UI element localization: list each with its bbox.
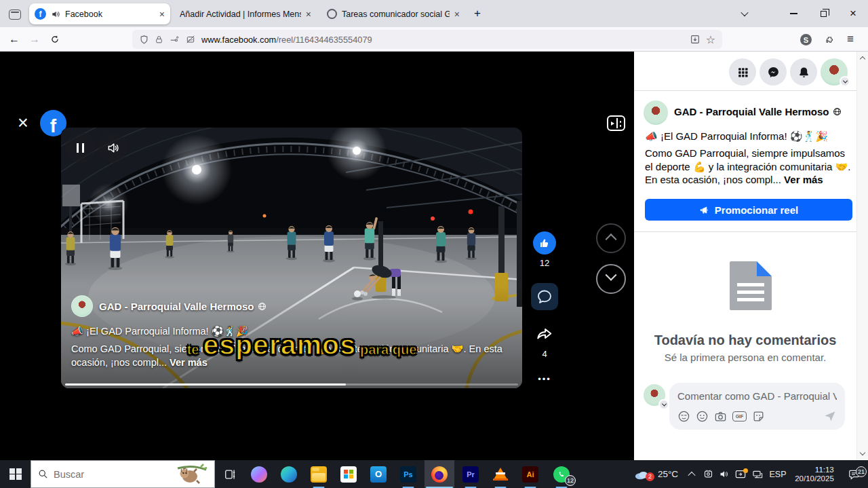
comment-composer[interactable]: Comentar como GAD - Parroquial Vall... <box>669 383 845 430</box>
bell-icon <box>797 66 810 79</box>
taskbar-vlc[interactable] <box>486 460 515 488</box>
taskbar-photoshop[interactable]: Ps <box>393 460 423 488</box>
avatar-sticker-icon[interactable] <box>677 410 690 423</box>
address-bar[interactable]: www.facebook.com/reel/1164344635554079 ☆ <box>132 30 722 49</box>
apps-menu-button[interactable] <box>729 58 756 86</box>
firefox-icon <box>431 466 448 483</box>
back-button[interactable]: ← <box>4 30 24 49</box>
extensions-puzzle-icon[interactable] <box>824 35 835 45</box>
promote-reel-button[interactable]: Promocionar reel <box>645 199 852 221</box>
temperature-label[interactable]: 25°C <box>653 469 683 479</box>
tray-expand-button[interactable] <box>683 472 701 477</box>
screen-record-tray-icon[interactable] <box>701 469 716 479</box>
messenger-button[interactable] <box>760 58 787 86</box>
permissions-icon[interactable] <box>169 35 180 44</box>
page-avatar[interactable] <box>644 100 668 125</box>
bookmark-star-icon[interactable]: ☆ <box>706 33 715 46</box>
minimize-icon <box>790 13 797 14</box>
scroll-up-arrow[interactable] <box>860 56 865 62</box>
taskbar-explorer[interactable] <box>304 460 334 488</box>
save-to-pocket-icon[interactable] <box>690 34 701 45</box>
new-tab-button[interactable]: + <box>469 5 486 22</box>
tab-tareas[interactable]: Tareas comunicador social GAD × <box>321 3 465 24</box>
next-reel-button[interactable] <box>596 264 626 294</box>
taskbar-copilot[interactable] <box>244 460 274 488</box>
action-rail: 12 4 ••• <box>531 231 558 384</box>
volume-button[interactable] <box>98 132 128 163</box>
start-button[interactable] <box>3 460 28 488</box>
taskbar-whatsapp[interactable]: 12 <box>545 460 578 488</box>
close-reel-button[interactable]: × <box>14 115 32 132</box>
minimize-button[interactable] <box>778 0 808 27</box>
tab-close-button[interactable]: × <box>159 10 165 19</box>
panel-scrollbar[interactable] <box>856 52 868 460</box>
chevron-up-icon <box>688 471 695 478</box>
forward-button[interactable]: → <box>24 30 45 49</box>
update-tray-icon[interactable] <box>732 470 749 479</box>
comment-button[interactable] <box>531 283 558 310</box>
taskbar-edge[interactable] <box>274 460 304 488</box>
page-avatar[interactable] <box>71 295 93 317</box>
profile-chevron-badge[interactable] <box>840 76 850 87</box>
scroll-down-arrow[interactable] <box>860 450 865 455</box>
close-window-button[interactable]: × <box>838 0 868 27</box>
taskbar-outlook[interactable]: O <box>363 460 393 488</box>
weather-button[interactable]: 2 <box>630 469 653 480</box>
network-tray-icon[interactable] <box>749 470 766 479</box>
emoji-icon[interactable] <box>696 410 709 423</box>
volume-tray-icon[interactable] <box>716 469 732 479</box>
taskbar-premiere[interactable]: Pr <box>456 460 486 488</box>
firefox-view-button[interactable] <box>5 5 24 23</box>
shield-icon[interactable] <box>139 35 149 45</box>
task-view-icon <box>224 469 237 480</box>
camera-icon[interactable] <box>714 410 727 423</box>
page-name[interactable]: GAD - Parroquial Valle Hermoso <box>99 301 267 312</box>
restore-button[interactable] <box>808 0 838 27</box>
sticker-icon[interactable] <box>752 410 765 423</box>
clock[interactable]: 11:13 20/10/2025 <box>789 466 840 483</box>
see-more-link[interactable]: Ver más <box>784 174 823 185</box>
tab-close-button[interactable]: × <box>454 10 460 19</box>
search-input[interactable] <box>54 469 142 480</box>
send-icon[interactable] <box>823 409 837 423</box>
gif-icon[interactable]: GIF <box>732 411 747 421</box>
tab-close-button[interactable]: × <box>306 10 311 19</box>
share-button[interactable] <box>531 322 558 345</box>
pause-icon <box>77 143 84 153</box>
taskbar-store[interactable] <box>334 460 363 488</box>
sloth-doodle[interactable] <box>176 463 208 486</box>
facebook-favicon: f <box>35 8 46 20</box>
autoplay-blocked-icon[interactable] <box>185 35 196 44</box>
task-view-button[interactable] <box>217 460 244 488</box>
taskbar-illustrator[interactable]: Ai <box>515 460 545 488</box>
more-options-button[interactable]: ••• <box>531 374 558 384</box>
language-label[interactable]: ESP <box>766 470 789 479</box>
comment-input[interactable]: Comentar como GAD - Parroquial Vall... <box>677 390 837 402</box>
tab-audio-icon[interactable] <box>51 10 60 19</box>
notification-center-button[interactable]: 21 <box>840 469 868 480</box>
tab-informes[interactable]: Añadir Actividad | Informes Mensua × <box>174 3 317 24</box>
previous-reel-button[interactable] <box>596 223 626 253</box>
file-explorer-icon <box>311 466 327 483</box>
taskbar-search[interactable] <box>31 460 215 488</box>
edge-icon <box>281 466 297 483</box>
collapse-panel-button[interactable] <box>607 115 625 131</box>
url-text[interactable]: www.facebook.com/reel/1164344635554079 <box>201 35 684 45</box>
reload-button[interactable] <box>45 30 65 49</box>
list-tabs-button[interactable] <box>730 0 760 27</box>
share-icon <box>535 325 554 343</box>
globe-icon <box>833 107 842 116</box>
pause-button[interactable] <box>65 132 96 163</box>
tab-facebook[interactable]: f Facebook × <box>29 3 170 24</box>
extension-s-button[interactable]: S <box>800 34 812 45</box>
globe-icon <box>258 302 267 311</box>
reel-video[interactable]: GAD - Parroquial Valle Hermoso 📣 ¡El GAD… <box>61 128 522 388</box>
notifications-button[interactable] <box>790 58 817 86</box>
like-button[interactable] <box>533 231 556 255</box>
video-progress-bar[interactable] <box>65 383 518 386</box>
commenter-chevron-badge[interactable] <box>658 399 669 410</box>
page-name[interactable]: GAD - Parroquial Valle Hermoso <box>674 106 842 117</box>
menu-hamburger-icon[interactable]: ≡ <box>847 33 854 46</box>
lock-icon[interactable] <box>155 35 163 45</box>
taskbar-firefox[interactable] <box>425 460 454 488</box>
